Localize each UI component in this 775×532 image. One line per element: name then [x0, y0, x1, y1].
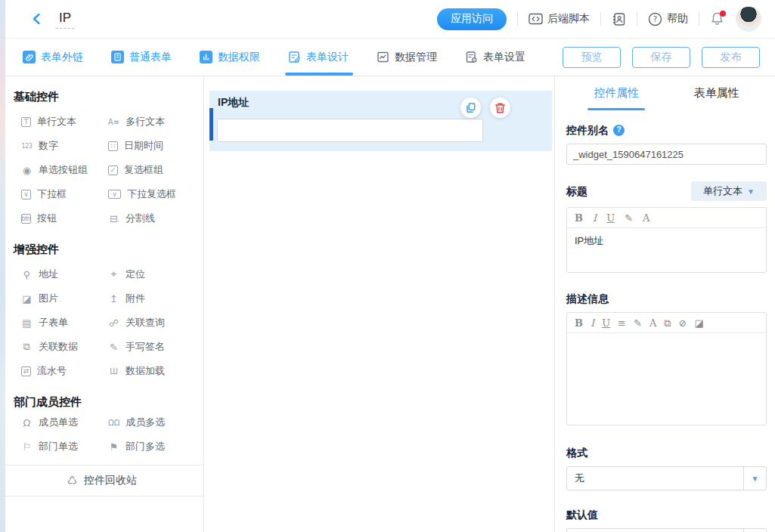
widget-field-input[interactable] [217, 119, 483, 142]
tab-normal-form[interactable]: 普通表单 [111, 39, 172, 76]
sidebar-widget-item[interactable]: ∷ 日期时间 [108, 134, 199, 158]
font-color-icon[interactable]: A [649, 318, 656, 328]
sidebar-widget-item[interactable]: 123 数字 [21, 134, 108, 158]
publish-button[interactable]: 发布 [702, 47, 760, 68]
save-button[interactable]: 保存 [632, 47, 690, 68]
sidebar-widget-item[interactable]: btn 按钮 [21, 206, 108, 230]
copy-widget-button[interactable] [460, 97, 481, 118]
sidebar-widget-item[interactable]: Ω 成员单选 [21, 410, 108, 435]
divider [517, 12, 518, 26]
tab-form-external-link[interactable]: 表单外链 [23, 39, 83, 76]
widget-item-label: 定位 [126, 268, 145, 281]
format-select[interactable]: 无 ▼ [566, 466, 767, 490]
italic-icon[interactable]: I [591, 318, 594, 328]
bold-icon[interactable]: B [575, 213, 583, 223]
unlink-icon[interactable]: ⊘ [679, 318, 687, 328]
sidebar-widget-item[interactable]: ↥ 附件 [108, 286, 199, 311]
font-color-icon[interactable]: A [643, 213, 649, 223]
sidebar-widget-item[interactable]: T 单行文本 [21, 110, 108, 134]
sidebar-widget-item[interactable]: ✎ 手写签名 [108, 335, 199, 359]
title-type-select[interactable]: 单行文本 ▼ [691, 181, 767, 201]
description-editor-content[interactable] [567, 333, 766, 425]
sidebar-widget-item[interactable]: ∨ 下拉复选框 [108, 182, 199, 206]
sidebar-widget-item[interactable]: ⚐ 部门单选 [21, 435, 108, 459]
form-tabbar: 表单外链 普通表单 数据权限 表单设计 数据管理 表单设置 预览 保存 发布 [0, 39, 775, 76]
select-icon: ∨ [21, 190, 31, 200]
selection-indicator-bar [209, 108, 213, 141]
italic-icon[interactable]: I [593, 213, 597, 223]
sidebar-widget-item[interactable]: ⊟ 分割线 [108, 206, 199, 230]
dept-single-icon: ⚐ [21, 441, 33, 453]
default-value-select[interactable]: ▼ [566, 528, 767, 532]
sidebar-widget-item[interactable]: Ш 数据加载 [108, 359, 199, 383]
multi-select-icon: ∨ [108, 190, 121, 199]
trash-icon [494, 102, 506, 114]
widget-item-label: 按钮 [37, 212, 57, 225]
widget-item-label: 多行文本 [126, 115, 165, 128]
sidebar-widget-item[interactable]: ✓ 复选框组 [108, 158, 199, 182]
page-title[interactable]: IP [56, 9, 74, 29]
linked-query-icon: ☍ [108, 317, 119, 329]
widget-item-label: 流水号 [37, 364, 67, 378]
signature-icon: ✎ [108, 342, 119, 353]
form-canvas[interactable]: IP地址 [204, 76, 554, 532]
alias-help-icon[interactable]: ? [613, 125, 625, 136]
sidebar-widget-item[interactable]: ⧉ 关联数据 [21, 335, 108, 359]
section-title-enhanced: 增强控件 [14, 241, 203, 258]
notifications-button[interactable] [710, 11, 725, 27]
serial-number-icon: ⇄ [21, 367, 31, 376]
sidebar-widget-item[interactable]: ▤ 子表单 [21, 311, 108, 335]
sidebar-widget-item[interactable]: ◉ 单选按钮组 [21, 158, 108, 182]
external-link-icon [23, 51, 36, 63]
pen-icon[interactable]: ✎ [634, 318, 642, 328]
underline-icon[interactable]: U [602, 318, 610, 328]
sidebar-widget-item[interactable]: ◪ 图片 [21, 286, 108, 311]
sidebar-widget-item[interactable]: ☍ 关联查询 [108, 311, 199, 335]
tab-form-settings[interactable]: 表单设置 [465, 39, 525, 76]
widget-item-label: 成员多选 [126, 416, 165, 429]
app-access-button[interactable]: 应用访问 [437, 8, 507, 30]
tab-data-permission[interactable]: 数据权限 [200, 39, 260, 76]
selected-widget-ip-address[interactable]: IP地址 [209, 91, 552, 151]
sidebar-widget-item[interactable]: ΩΩ 成员多选 [108, 410, 199, 435]
tab-form-design[interactable]: 表单设计 [288, 39, 349, 76]
pen-icon[interactable]: ✎ [625, 213, 633, 223]
link-icon[interactable]: ⧉ [664, 318, 671, 328]
help-button[interactable]: ? 帮助 [648, 12, 688, 26]
widget-item-label: 复选框组 [124, 163, 163, 177]
bold-icon[interactable]: B [575, 318, 583, 328]
underline-icon[interactable]: U [606, 213, 615, 223]
user-avatar[interactable] [736, 6, 761, 32]
title-editor-toolbar: BIU✎A [567, 208, 766, 228]
back-button[interactable] [29, 11, 45, 27]
insert-image-icon[interactable]: ◪ [695, 318, 704, 328]
backend-script-button[interactable]: 后端脚本 [529, 12, 590, 26]
sidebar-widget-item[interactable]: ∨ 下拉框 [21, 182, 108, 206]
member-single-icon: Ω [21, 417, 33, 428]
tab-data-management[interactable]: 数据管理 [377, 39, 437, 76]
align-icon[interactable]: ≡ [618, 318, 626, 328]
app-window: IP 应用访问 后端脚本 ? 帮助 [0, 0, 775, 532]
tab-form-properties[interactable]: 表单属性 [667, 76, 767, 110]
delete-widget-button[interactable] [490, 97, 510, 118]
title-label-row: 标题 单行文本 ▼ [566, 181, 767, 201]
copy-icon [465, 102, 476, 113]
tab-widget-properties[interactable]: 控件属性 [566, 76, 667, 110]
basic-widget-list: T 单行文本 A≡ 多行文本 123 数字 ∷ [21, 110, 203, 230]
sidebar-widget-item[interactable]: ⌖ 定位 [108, 262, 199, 286]
alias-input[interactable] [566, 144, 767, 165]
sidebar-widget-item[interactable]: ⇄ 流水号 [21, 359, 108, 383]
preview-button[interactable]: 预览 [563, 47, 621, 68]
data-management-icon [377, 51, 389, 63]
widget-recycle-bin[interactable]: ♺ 控件回收站 [0, 466, 203, 496]
title-editor-content[interactable]: IP地址 [567, 228, 766, 272]
contacts-button[interactable] [612, 12, 626, 26]
sidebar-widget-item[interactable]: ⚑ 部门多选 [108, 435, 199, 459]
checkbox-group-icon: ✓ [108, 165, 118, 175]
form-actions: 预览 保存 发布 [563, 47, 760, 68]
description-label: 描述信息 [566, 291, 767, 306]
sidebar-widget-item[interactable]: ⚲ 地址 [21, 262, 108, 286]
address-icon: ⚲ [21, 269, 33, 280]
sidebar-widget-item[interactable]: A≡ 多行文本 [108, 110, 199, 134]
format-label: 格式 [566, 445, 767, 460]
